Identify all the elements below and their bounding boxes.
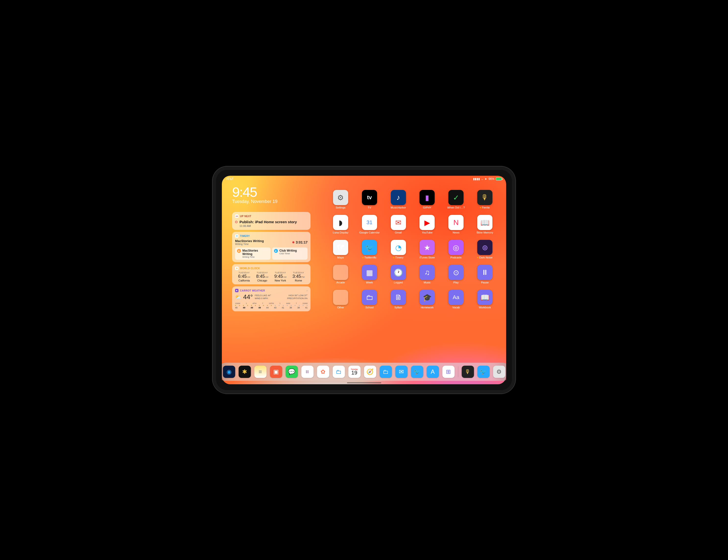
app-tv[interactable]: tvTV	[358, 190, 381, 209]
dock-app-calendar[interactable]: Tuesday19	[348, 366, 360, 378]
weather-precip: PRECIPITATION 0%	[287, 297, 308, 300]
app-itunes-store[interactable]: ★iTunes Store	[416, 240, 438, 259]
app-settings[interactable]: ⚙Settings	[330, 190, 352, 209]
dock-app-day-one[interactable]: ✱	[239, 366, 251, 378]
dock-app-notes[interactable]: ≡	[254, 366, 266, 378]
dock-app-mail[interactable]: ✉	[395, 366, 407, 378]
battery-icon	[496, 178, 502, 180]
weather-low: LOW 37°	[298, 294, 308, 296]
home-indicator[interactable]	[347, 382, 381, 383]
app-icon: ⚙	[333, 190, 348, 205]
widget-weather[interactable]: ◆ CARROT WEATHER › ⛅ 44° FEELS LIKE 44° …	[232, 286, 310, 311]
clock-time: 9:45	[232, 184, 277, 200]
ipad-frame: AT&T ▮▮▮▮ ⌵ ➤ 96% 9:45 Tuesday, November…	[213, 167, 515, 393]
app-syllabi[interactable]: 🗎Syllabi	[387, 290, 409, 309]
app-school[interactable]: 🗀School	[358, 290, 381, 309]
dock-app-app-store[interactable]: A	[427, 366, 439, 378]
app-youtube[interactable]: ▶YouTube	[416, 215, 438, 234]
app-label: iTunes Store	[419, 256, 435, 259]
app-logged[interactable]: 🕐Logged	[387, 265, 409, 284]
app-icon: 🗺	[333, 240, 348, 255]
dock-app-ferrite[interactable]: 🎙	[462, 366, 474, 378]
widget-timery[interactable]: ◔ TIMERY MacStories Writing Writing Time…	[232, 232, 310, 262]
dock-app-1password[interactable]: ◉	[223, 366, 235, 378]
app-vocab[interactable]: AaVocab	[445, 290, 467, 309]
app-icon: ◎	[448, 240, 464, 255]
home-screen-apps: ⚙SettingstvTV♪MusicHarbor▮GIPHY✓When Did…	[330, 190, 496, 309]
app-label: Other	[337, 306, 344, 309]
app-news[interactable]: NNews	[445, 215, 467, 234]
app-twitterrific[interactable]: 🐦Twitterrific	[358, 240, 381, 259]
app-giphy[interactable]: ▮GIPHY	[416, 190, 438, 209]
dock-app-files2[interactable]: 🗀	[380, 366, 392, 378]
dock-app-photos[interactable]: ✿	[317, 366, 329, 378]
app-luna-display[interactable]: ◗Luna Display	[330, 215, 352, 234]
app-label: Luna Display	[333, 231, 348, 234]
app-arcade[interactable]: Arcade	[330, 265, 352, 284]
app-icon: 🗀	[362, 290, 377, 305]
app-icon: ▦	[362, 265, 377, 280]
dock-app-deliveries[interactable]: ▣	[270, 366, 282, 378]
battery-percent: 96%	[489, 177, 494, 181]
dock: ◉✱≡▣💬⌗✿🗀Tuesday19🧭🗀✉🐦A⊞🎙🐦⚙	[222, 363, 506, 381]
worldclock-city: TUESDAY6:45AMCalifornia	[235, 272, 253, 282]
app-when-did-i-[interactable]: ✓When Did I…?	[445, 190, 467, 209]
app-google-calendar[interactable]: 31Google Calendar	[358, 215, 381, 234]
event-time: 11:00 AM	[239, 225, 308, 228]
worldclock-city: TUESDAY8:45AMChicago	[253, 272, 271, 282]
worldclock-icon: ◷	[235, 267, 239, 270]
app-maps[interactable]: 🗺Maps	[330, 240, 352, 259]
app-workbook[interactable]: 📖Workbook	[474, 290, 496, 309]
folder-icon	[333, 265, 348, 280]
dock-app-twitter[interactable]: 🐦	[411, 366, 423, 378]
chevron-right-icon: ›	[307, 289, 308, 292]
dock-app-settings[interactable]: ⚙	[493, 366, 505, 378]
app-icon: 🐦	[362, 240, 377, 255]
app-music[interactable]: ♫Music	[416, 265, 438, 284]
dock-app-safari[interactable]: 🧭	[364, 366, 376, 378]
widget-upnext[interactable]: 19 UP NEXT Publish: iPad Home screen sto…	[232, 212, 310, 230]
widget-weather-title: CARROT WEATHER	[240, 289, 265, 292]
dock-app-shortcuts[interactable]: ⊞	[442, 366, 454, 378]
widget-timery-title: TIMERY	[240, 235, 250, 238]
app-musicharbor[interactable]: ♪MusicHarbor	[387, 190, 409, 209]
worldclock-city: TUESDAY9:45AMNew York	[271, 272, 289, 282]
app-bible-memory[interactable]: 📖Bible Memory	[474, 215, 496, 234]
status-right: ▮▮▮▮ ⌵ ➤ 96%	[473, 177, 502, 181]
app-icon: 🗎	[391, 290, 406, 305]
dock-app-files[interactable]: 🗀	[333, 366, 345, 378]
app-play[interactable]: ⊙Play	[445, 265, 467, 284]
app-pause[interactable]: ⏸Pause	[474, 265, 496, 284]
app-week[interactable]: ▦Week	[358, 265, 381, 284]
dock-app-messages[interactable]: 💬	[286, 366, 298, 378]
app-dark-noise[interactable]: ⊚Dark Noise	[474, 240, 496, 259]
app-icon: ★	[419, 240, 435, 255]
app-other[interactable]: Other	[330, 290, 352, 309]
app-label: When Did I…?	[447, 206, 465, 209]
dock-app-twitterrific[interactable]: 🐦	[477, 366, 489, 378]
app-icon: ✉	[391, 215, 406, 230]
timery-start-button-1[interactable]: ▶ MacStories Writing Writing Time	[235, 248, 271, 260]
dock-app-slack[interactable]: ⌗	[301, 366, 313, 378]
app-label: Play	[454, 281, 459, 284]
app-icon: ⊙	[448, 265, 464, 280]
carrot-icon: ◆	[235, 289, 239, 292]
app-homework[interactable]: 🎓Homework	[416, 290, 438, 309]
app-timery[interactable]: ◔Timery	[387, 240, 409, 259]
widget-worldclock[interactable]: ◷ WORLD CLOCK TUESDAY6:45AMCaliforniaTUE…	[232, 264, 310, 284]
app-icon: ♪	[391, 190, 406, 205]
app-label: GIPHY	[423, 206, 431, 209]
app-label: Homework	[421, 306, 434, 309]
timery-elapsed: 3:01:17	[296, 240, 308, 244]
app-podcasts[interactable]: ◎Podcasts	[445, 240, 467, 259]
app-label: Music	[424, 281, 431, 284]
app-icon: N	[448, 215, 464, 230]
signal-icon: ▮▮▮▮	[473, 177, 480, 181]
wifi-icon: ⌵	[481, 177, 483, 181]
app-gmail[interactable]: ✉Gmail	[387, 215, 409, 234]
app-ferrite[interactable]: 🎙Ferrite	[474, 190, 496, 209]
app-icon: Aa	[448, 290, 464, 305]
timery-start-button-2[interactable]: ▶ Club Writing Club Timer	[272, 248, 308, 260]
app-label: Ferrite	[480, 206, 490, 209]
app-label: Google Calendar	[359, 231, 380, 234]
